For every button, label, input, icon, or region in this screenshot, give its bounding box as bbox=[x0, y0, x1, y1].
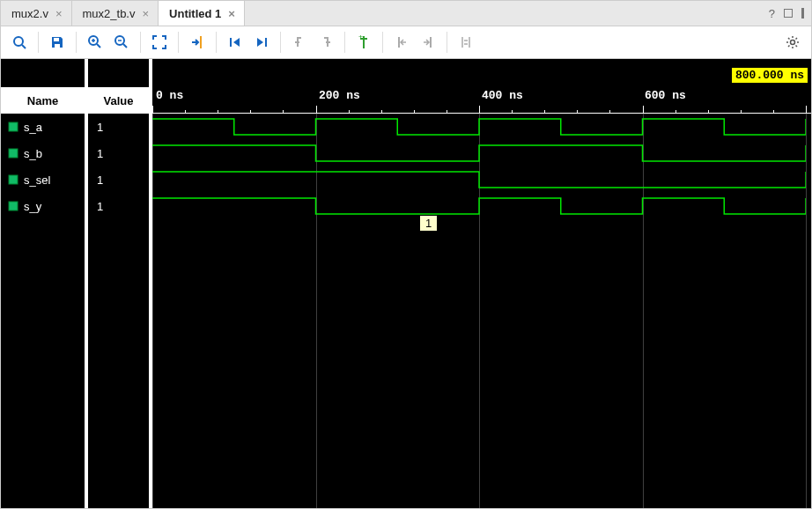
tab-bar: mux2.v × mux2_tb.v × Untitled 1 × ? bbox=[1, 1, 811, 26]
search-button[interactable] bbox=[6, 29, 33, 55]
next-edge-button[interactable] bbox=[313, 29, 339, 55]
name-header[interactable]: Name bbox=[1, 87, 85, 114]
tab-untitled-1[interactable]: Untitled 1 × bbox=[159, 1, 245, 26]
close-icon[interactable]: × bbox=[228, 7, 235, 20]
next-marker-button[interactable] bbox=[415, 29, 441, 55]
signal-row-s-b[interactable]: s_b bbox=[1, 140, 85, 166]
wave-s_a[interactable] bbox=[152, 114, 811, 140]
tab-mux2-tb[interactable]: mux2_tb.v × bbox=[72, 1, 159, 26]
svg-rect-3 bbox=[55, 44, 60, 48]
tab-mux2[interactable]: mux2.v × bbox=[1, 1, 72, 26]
go-to-cursor-button[interactable] bbox=[184, 29, 210, 55]
value-header[interactable]: Value bbox=[88, 87, 149, 114]
ruler-label: 400 ns bbox=[482, 89, 523, 102]
signal-icon bbox=[8, 174, 18, 185]
sidebar-toggle-icon[interactable] bbox=[801, 8, 804, 18]
close-icon[interactable]: × bbox=[55, 7, 63, 20]
svg-point-0 bbox=[14, 37, 23, 46]
tab-label: mux2_tb.v bbox=[83, 7, 136, 20]
waveform-area[interactable]: 800.000 ns 0 ns 200 ns 400 ns 600 ns 1 bbox=[152, 59, 811, 508]
svg-rect-12 bbox=[230, 38, 232, 47]
settings-button[interactable] bbox=[779, 29, 806, 55]
waveform-viewer: Name s_a s_b s_sel s_y Value 1 bbox=[1, 59, 811, 508]
signal-row-s-sel[interactable]: s_sel bbox=[1, 166, 85, 193]
svg-rect-23 bbox=[9, 149, 18, 158]
signal-value-s-sel: 1 bbox=[88, 166, 149, 193]
signal-name: s_sel bbox=[24, 173, 50, 187]
signal-row-s-y[interactable]: s_y bbox=[1, 193, 85, 219]
svg-rect-2 bbox=[54, 38, 59, 41]
wave-s_sel[interactable] bbox=[152, 166, 811, 193]
signal-value-s-y: 1 bbox=[88, 193, 149, 219]
signal-icon bbox=[8, 148, 18, 159]
signal-row-s-a[interactable]: s_a bbox=[1, 114, 85, 140]
maximize-icon[interactable] bbox=[784, 9, 793, 18]
tab-label: mux2.v bbox=[11, 7, 48, 20]
swap-markers-button[interactable] bbox=[453, 29, 479, 55]
save-button[interactable] bbox=[44, 29, 70, 55]
ruler-label: 600 ns bbox=[645, 89, 686, 102]
svg-point-21 bbox=[791, 41, 795, 45]
wave-s_y[interactable] bbox=[152, 193, 811, 219]
add-marker-button[interactable]: + bbox=[351, 29, 377, 55]
close-icon[interactable]: × bbox=[142, 7, 149, 20]
signal-value-column: Value 1 1 1 1 bbox=[88, 59, 152, 508]
zoom-out-button[interactable] bbox=[108, 29, 135, 55]
ruler-label: 200 ns bbox=[319, 89, 360, 102]
ruler-label: 0 ns bbox=[156, 89, 183, 102]
svg-line-1 bbox=[22, 45, 26, 48]
prev-edge-button[interactable] bbox=[286, 29, 313, 55]
zoom-fit-button[interactable] bbox=[146, 29, 173, 55]
tab-right-controls: ? bbox=[769, 1, 811, 26]
signal-name-column: Name s_a s_b s_sel s_y bbox=[1, 59, 88, 508]
svg-text:+: + bbox=[358, 35, 363, 41]
signal-name: s_y bbox=[24, 200, 41, 213]
signal-value-s-a: 1 bbox=[88, 114, 149, 140]
cursor-value-tooltip: 1 bbox=[419, 215, 438, 232]
signal-name: s_a bbox=[24, 121, 42, 134]
skip-end-button[interactable] bbox=[248, 29, 275, 55]
svg-rect-22 bbox=[9, 122, 18, 131]
svg-rect-24 bbox=[9, 175, 18, 184]
svg-line-5 bbox=[97, 44, 100, 48]
toolbar: + bbox=[1, 26, 811, 59]
zoom-in-button[interactable] bbox=[82, 29, 108, 55]
svg-rect-13 bbox=[265, 38, 267, 47]
signal-icon bbox=[8, 201, 18, 211]
signal-icon bbox=[8, 122, 18, 132]
cursor-time-readout: 800.000 ns bbox=[732, 68, 808, 83]
svg-rect-25 bbox=[9, 202, 18, 210]
signal-value-s-b: 1 bbox=[88, 140, 149, 166]
wave-s_b[interactable] bbox=[152, 140, 811, 166]
signal-name: s_b bbox=[24, 147, 42, 160]
skip-start-button[interactable] bbox=[222, 29, 248, 55]
prev-marker-button[interactable] bbox=[388, 29, 415, 55]
svg-line-9 bbox=[123, 44, 127, 48]
time-ruler[interactable]: 0 ns 200 ns 400 ns 600 ns bbox=[152, 87, 811, 114]
help-icon[interactable]: ? bbox=[769, 7, 775, 20]
tab-label: Untitled 1 bbox=[169, 7, 221, 20]
